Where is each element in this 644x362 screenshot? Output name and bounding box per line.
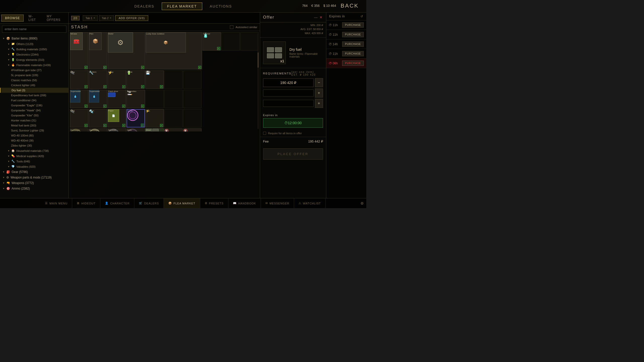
tree-energy[interactable]: ▼ 🔋 Energy elements (310) [0,57,68,62]
minimize-icon[interactable]: — [314,15,318,19]
stash-item-mcase[interactable]: MCase 🧰 ✓ [70,32,88,69]
require-all-checkbox[interactable] [263,132,266,135]
bottom-nav-handbook[interactable]: 📖 HANDBOOK [228,198,261,208]
bottom-nav-hideout[interactable]: 🏚 HIDEOUT [72,198,100,208]
tree-item-fuel-cond[interactable]: Fuel conditioner (94) [0,98,68,103]
dealers-nav-btn[interactable]: DEALERS [127,4,162,8]
stash-item-helix[interactable]: Helix ✓ [127,128,145,131]
tree-household[interactable]: ▼ 🏠 Household materials (738) [0,148,68,153]
bottom-nav-messenger[interactable]: ✉ MESSENGER [261,198,294,208]
bottom-nav-dealers[interactable]: 🛒 DEALERS [134,198,164,208]
extra-field-2[interactable] [263,100,314,107]
empty-cell[interactable] [164,90,183,108]
stash-item-cigarettes[interactable]: Cigarettes 🚬 ✓ [127,90,145,108]
empty-cell[interactable] [145,90,164,108]
stash-item-cap[interactable]: Cap. ⚡ ✓ [145,109,164,127]
empty-cell[interactable] [183,90,202,108]
tree-ammo[interactable]: ▼ 🎯 Ammo (2382) [0,186,68,191]
tree-item-exp-fuel[interactable]: Expeditionary fuel tank (268) [0,93,68,98]
bottom-nav-character[interactable]: 👤 CHARACTER [100,198,134,208]
tree-medical[interactable]: ▼ 💊 Medical supplies (420) [0,153,68,159]
flea-market-nav-btn[interactable]: FLEA MARKET [162,3,202,10]
stash-item-plug2[interactable]: Plug 🔌 ✓ [70,109,88,127]
tree-electronics[interactable]: ▼ 💡 Electronics (2344) [0,52,68,57]
extra-field-1[interactable] [263,89,314,97]
empty-cell[interactable] [221,32,240,51]
stash-item-dfuel[interactable]: Dfuel ✓ [145,128,164,131]
browse-tab[interactable]: BROWSE [1,15,24,22]
tree-tools[interactable]: ▼ 🔧 Tools (646) [0,159,68,164]
purchase-btn-5[interactable]: PURCHASE [342,61,364,66]
bottom-nav-watchlist[interactable]: ⚠ WATCHLIST [294,198,326,208]
tree-item-fireklean[interactable]: #FireKlean gun lube (27) [0,68,68,73]
add-req-1-btn[interactable]: + [315,88,323,98]
stash-item-superwater2[interactable]: Superwater 💧 ✓ [89,90,107,108]
settings-icon[interactable]: ⚙ [360,201,364,205]
tree-gear[interactable]: ▼ 🎒 Gear (5786) [0,169,68,175]
purchase-btn-3[interactable]: PURCHASE [342,41,364,47]
bottom-nav-flea-market[interactable]: 📦 FLEA MARKET [164,198,200,208]
stash-item-sil2[interactable]: Sil. 🔇 [183,128,202,131]
bottom-nav-presets[interactable]: ⚙ PRESETS [200,198,228,208]
stash-item-paper[interactable]: Paper 📄 ✓ [108,109,126,127]
tree-item-survl[interactable]: SurvL Survivor Lighter (29) [0,128,68,133]
place-offer-button[interactable]: PLACE OFFER [263,148,323,160]
my-offers-tab[interactable]: MY OFFERS [43,13,67,23]
tree-item-gp-hawk[interactable]: Gunpowder "Hawk" (94) [0,108,68,113]
purchase-btn-1[interactable]: PURCHASE [342,22,364,28]
stash-item-sil1[interactable]: Sil. 🔇 [164,128,183,131]
purchase-btn-4[interactable]: PURCHASE [342,51,364,56]
tree-building[interactable]: ▼ 🔧 Building materials (1050) [0,47,68,52]
empty-cell[interactable] [164,70,183,89]
search-input[interactable] [2,26,66,33]
tree-item-dry-fuel[interactable]: Dry fuel (3) [0,88,68,93]
tree-item-hunter[interactable]: Hunter matches (31) [0,118,68,123]
refresh-icon[interactable]: ↺ [360,15,363,18]
stash-item-plex[interactable]: Plex 📦 ✓ [89,32,107,69]
bottom-nav-main-menu[interactable]: ☰ MAIN MENU [41,198,72,208]
stash-item-motor[interactable]: Motor ⚙ ✓ [108,32,145,69]
scroll-thumb[interactable] [258,53,259,68]
empty-cell[interactable] [164,109,183,127]
add-req-2-btn[interactable]: + [315,99,323,108]
tree-valuables[interactable]: ▼ 💎 Valuables (920) [0,164,68,169]
offer-tab-2[interactable]: Tab 2 × [99,15,114,21]
add-offer-button[interactable]: ADD OFFER (3/3) [115,15,148,21]
stash-item-lucky-scav[interactable]: Lucky Scav Junkbox 📦 ✓ [145,32,202,69]
tree-item-wd40-400[interactable]: WD-40 400ml (38) [0,138,68,143]
close-panel-icon[interactable]: ✕ [319,15,323,19]
empty-cell[interactable] [183,70,202,89]
purchase-btn-2[interactable]: PURCHASE [342,32,364,37]
stash-item-superwater1[interactable]: Superwater 💧 ✓ [70,90,88,108]
tree-weapon-parts[interactable]: ▼ ⚙ Weapon parts & mods (17119) [0,175,68,180]
stash-item-ram[interactable]: RAM 💾 ✓ [145,70,164,89]
tree-item-crickent[interactable]: Crickent lighter (49) [0,83,68,88]
stash-item-rpliers[interactable]: R-pliers 🔧 ✓ [89,70,107,89]
tree-item-gp-eagle[interactable]: Gunpowder "Eagle" (196) [0,103,68,108]
price-input[interactable] [263,78,314,87]
stash-item-ductstape2[interactable]: Ductstape ✓ [89,128,107,131]
stash-item-wires[interactable]: Wires ✓ [127,109,145,127]
back-button[interactable]: BACK [341,3,359,9]
tree-weapons[interactable]: ▼ 🔫 Weapons (3772) [0,180,68,186]
stash-item-cleaner[interactable]: Cleaner 🧴 ✓ [203,32,221,51]
tree-barter-items[interactable]: ▼ 📦 Barter items (8990) [0,36,68,41]
empty-cell[interactable] [240,32,259,51]
stash-item-nixxor[interactable]: NIXXOR ✓ [108,128,126,131]
tree-item-propane[interactable]: 5L propane tank (109) [0,73,68,78]
stash-item-relay[interactable]: Relay ⚡ ✓ [108,70,126,89]
close-tab-2-icon[interactable]: × [110,17,111,19]
stash-item-dbat[interactable]: D.Bat. 🔋 ✓ [127,70,145,89]
tree-item-zibbo[interactable]: Zibbo lighter (30) [0,143,68,148]
stash-item-fscr[interactable]: F.Scr. 🔩 ✓ [89,109,107,127]
autoselect-checkbox[interactable] [230,25,233,29]
stash-item-ductstape1[interactable]: Ductstape ✓ [70,128,88,131]
empty-cell[interactable] [183,109,202,127]
tree-flammable[interactable]: ▼ 🔥 Flammable materials (1439) [0,62,68,68]
offer-tab-1[interactable]: Tab 1 × [83,15,98,21]
tree-item-metal-fuel[interactable]: Metal fuel tank (283) [0,123,68,128]
wlist-tab[interactable]: W-LIST [25,13,42,23]
stash-item-plug1[interactable]: Plug 🔌 ✓ [70,70,88,89]
price-decrease-btn[interactable]: − [315,78,323,87]
tree-item-matches[interactable]: Classic matches (58) [0,78,68,83]
